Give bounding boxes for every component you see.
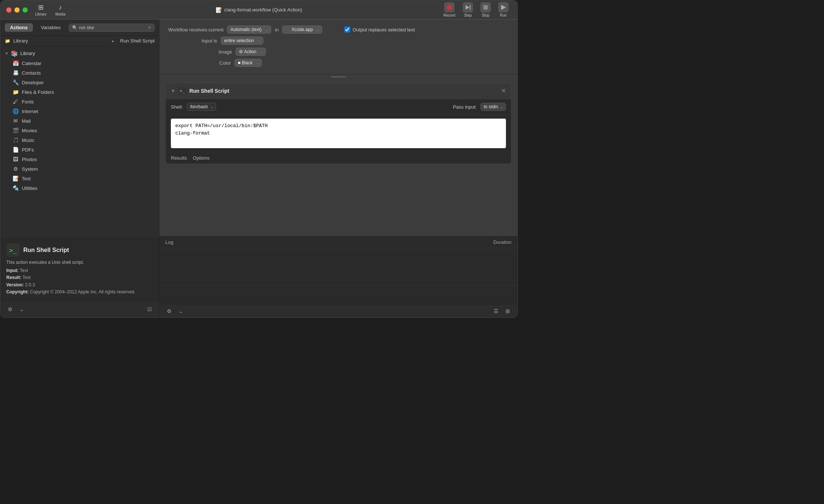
color-label: Color: [219, 60, 231, 66]
step-button[interactable]: Step: [460, 1, 476, 19]
expand-button[interactable]: ⌄: [176, 306, 186, 316]
stop-icon: [480, 2, 491, 13]
system-icon: ⚙: [12, 166, 19, 172]
files-folders-icon: 📁: [12, 89, 19, 95]
card-close-button[interactable]: ✕: [501, 88, 506, 94]
input-is-select[interactable]: entire selection: [221, 37, 263, 45]
log-header: Log Duration: [159, 236, 517, 248]
code-editor[interactable]: export PATH=/usr/local/bin:$PATH clang-f…: [171, 119, 506, 148]
card-title: Run Shell Script: [189, 88, 498, 94]
action-cards: ▼ >_ Run Shell Script ✕ Shell: /bin/bash…: [159, 79, 517, 236]
step-icon: [463, 2, 473, 13]
shell-select[interactable]: /bin/bash: [187, 103, 216, 111]
movies-icon: 🎬: [12, 127, 19, 134]
card-action-icon: >_: [178, 87, 186, 95]
sidebar-item-files-folders[interactable]: 📁 Files & Folders: [0, 87, 159, 97]
close-button[interactable]: [6, 7, 11, 13]
search-input[interactable]: [79, 25, 146, 30]
tab-actions[interactable]: Actions: [5, 23, 33, 32]
sidebar-item-utilities[interactable]: 🔩 Utilities: [0, 183, 159, 193]
record-button[interactable]: Record: [440, 1, 458, 19]
run-button[interactable]: Run: [495, 1, 511, 19]
tab-variables[interactable]: Variables: [36, 23, 66, 32]
search-result-name: Run Shell Script: [120, 38, 155, 44]
app-select[interactable]: Xcode.app: [282, 25, 322, 34]
log-body-2: [159, 286, 517, 304]
window-title: 📝 clang-format.workflow (Quick Action): [216, 7, 302, 13]
workflow-header: Workflow receives current Automatic (tex…: [159, 20, 517, 75]
tab-options[interactable]: Options: [193, 154, 209, 161]
sidebar-item-calendar[interactable]: 📅 Calendar: [0, 58, 159, 68]
receives-row: Workflow receives current Automatic (tex…: [168, 25, 509, 34]
info-header: >_ Run Shell Script: [6, 244, 153, 257]
color-select-wrapper: ■ Black: [234, 59, 262, 67]
pass-input-select[interactable]: to stdin: [480, 103, 506, 111]
library-icon: ⊞: [38, 3, 44, 11]
color-select[interactable]: ■ Black: [234, 59, 262, 67]
run-shell-script-card: ▼ >_ Run Shell Script ✕ Shell: /bin/bash…: [165, 83, 511, 164]
image-select[interactable]: ⚙ Action: [236, 48, 266, 56]
receives-select[interactable]: Automatic (text): [227, 25, 271, 34]
sidebar-item-developer[interactable]: 🔧 Developer: [0, 78, 159, 87]
tab-results[interactable]: Results: [171, 154, 187, 161]
color-row: Color ■ Black: [168, 59, 509, 67]
duration-label: Duration: [493, 239, 511, 245]
collapse-icon: ▼: [5, 51, 9, 55]
gear-button[interactable]: ⚙: [5, 304, 15, 314]
run-icon: [498, 2, 509, 13]
fullscreen-button[interactable]: [23, 7, 28, 13]
library-button[interactable]: ⊞ Library: [32, 2, 50, 18]
media-label: Media: [55, 12, 65, 16]
svg-rect-3: [483, 5, 488, 10]
sidebar-item-fonts[interactable]: 🖊 Fonts: [0, 97, 159, 106]
search-result-label: ▸: [112, 38, 114, 44]
action-meta: Input: Text Result: Text Version: 2.0.3 …: [6, 267, 153, 296]
card-header: ▼ >_ Run Shell Script ✕: [166, 83, 511, 99]
image-label: Image: [219, 49, 232, 55]
pass-input-select-wrapper: to stdin: [480, 103, 506, 111]
image-select-wrapper: ⚙ Action: [236, 48, 266, 56]
sidebar-item-system[interactable]: ⚙ System: [0, 164, 159, 174]
shell-select-wrapper: /bin/bash: [187, 103, 216, 111]
code-line-2: clang-format: [175, 130, 502, 137]
media-icon: ♪: [59, 4, 62, 11]
settings-gear-button[interactable]: ⚙: [164, 306, 174, 316]
utilities-icon: 🔩: [12, 185, 19, 191]
minimize-button[interactable]: [14, 7, 20, 13]
sidebar-item-contacts[interactable]: 📇 Contacts: [0, 68, 159, 78]
sidebar-item-internet[interactable]: 🌐 Internet: [0, 106, 159, 116]
search-clear-button[interactable]: ✕: [148, 25, 151, 30]
sidebar-item-pdfs[interactable]: 📄 PDFs: [0, 145, 159, 154]
check-button[interactable]: ☑: [144, 304, 155, 314]
input-is-label: Input is: [202, 38, 217, 44]
media-button[interactable]: ♪ Media: [53, 2, 68, 18]
divider-handle[interactable]: [159, 75, 517, 79]
svg-rect-2: [470, 5, 470, 10]
status-right: ☰ ⊞: [491, 306, 513, 316]
calendar-icon: 📅: [12, 60, 19, 67]
grid-view-button[interactable]: ⊞: [503, 306, 513, 316]
sidebar-item-mail[interactable]: ✉ Mail: [0, 116, 159, 126]
sidebar-item-text[interactable]: 📝 Text: [0, 174, 159, 183]
sidebar-item-movies[interactable]: 🎬 Movies: [0, 126, 159, 135]
library-label: Library: [35, 12, 47, 16]
chevron-down-button[interactable]: ⌄: [17, 304, 27, 314]
input-is-row: Input is entire selection: [168, 37, 509, 45]
sidebar-item-photos[interactable]: 🖼 Photos: [0, 154, 159, 164]
stop-button[interactable]: Stop: [477, 1, 494, 19]
log-body: [159, 248, 517, 285]
shell-label: Shell:: [171, 104, 183, 110]
output-replaces-checkbox[interactable]: [344, 27, 350, 33]
library-folder-icon: 📁: [5, 38, 10, 44]
search-icon: 🔍: [72, 25, 78, 30]
code-line-1: export PATH=/usr/local/bin:$PATH: [175, 122, 502, 130]
sidebar-item-music[interactable]: 🎵 Music: [0, 135, 159, 145]
list-view-button[interactable]: ☰: [491, 306, 501, 316]
fonts-icon: 🖊: [12, 98, 19, 105]
library-icon: 📚: [11, 50, 18, 57]
titlebar: ⊞ Library ♪ Media 📝 clang-format.workflo…: [0, 0, 517, 20]
search-result-row: 📁 Library ▸ Run Shell Script: [0, 36, 159, 46]
collapse-button[interactable]: ▼: [171, 88, 175, 93]
library-header[interactable]: ▼ 📚 Library: [0, 48, 159, 58]
receives-label: Workflow receives current: [168, 27, 223, 33]
